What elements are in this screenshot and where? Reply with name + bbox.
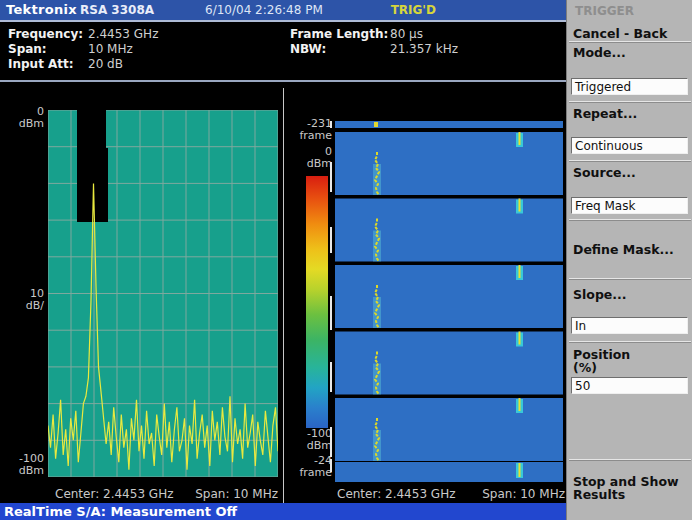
repeat-menu-button[interactable]: Repeat...	[573, 106, 691, 121]
spectrum-y-axis-mid: 10dB/	[0, 288, 44, 312]
input-att-value: 20 dB	[88, 57, 123, 71]
spectrogram-bottom-frame-label: -24frame	[288, 455, 332, 479]
amplitude-color-scale	[306, 176, 328, 428]
frequency-value: 2.4453 GHz	[88, 27, 158, 41]
spectrum-plot	[48, 110, 278, 481]
frame-marker-tick	[330, 296, 332, 330]
divider	[0, 80, 566, 82]
menu-title: TRIGGER	[575, 4, 634, 18]
cancel-back-button[interactable]: Cancel - Back	[573, 26, 691, 41]
repeat-value-box[interactable]: Continuous	[571, 137, 688, 154]
spectrum-center-label: Center: 2.4453 GHz	[55, 487, 173, 501]
spectrum-y-axis-bottom: -100dBm	[0, 453, 44, 477]
spectrogram-center-label: Center: 2.4453 GHz	[337, 487, 455, 501]
rsa-analyzer-screen: Tektronix RSA 3308A 6/10/04 2:26:48 PM T…	[0, 0, 692, 520]
define-mask-button[interactable]: Define Mask...	[573, 242, 691, 257]
source-menu-button[interactable]: Source...	[573, 165, 691, 180]
frame-length-label: Frame Length:	[290, 27, 388, 41]
status-bar: RealTime S/A: Measurement Off	[0, 503, 566, 520]
stop-show-results-button[interactable]: Stop and Show Results	[573, 475, 691, 501]
menu-divider	[569, 341, 691, 343]
chart-divider	[283, 88, 284, 503]
divider	[0, 20, 566, 22]
span-label: Span:	[8, 42, 47, 56]
spectrogram-plot	[335, 121, 563, 487]
frame-marker-tick	[330, 227, 332, 253]
frame-length-value: 80 µs	[390, 27, 423, 41]
frequency-label: Frequency:	[8, 27, 83, 41]
nbw-value: 21.357 kHz	[390, 42, 458, 56]
position-unit-label: (%)	[573, 360, 691, 375]
title-bar: Tektronix RSA 3308A 6/10/04 2:26:48 PM T…	[0, 0, 566, 20]
menu-divider	[569, 278, 691, 280]
spectrogram-span-label: Span: 10 MHz	[475, 487, 565, 501]
brand-logo: Tektronix	[6, 2, 77, 17]
model-label: RSA 3308A	[80, 3, 154, 17]
menu-divider	[569, 41, 691, 43]
spectrogram-top-frame-label: -231frame	[288, 118, 332, 142]
position-value-box[interactable]: 50	[571, 377, 688, 394]
spectrogram-svg	[335, 121, 563, 483]
status-text: RealTime S/A: Measurement Off	[4, 504, 237, 519]
spectrogram-scale-top-label: 0dBm	[288, 146, 332, 170]
spectrum-svg	[48, 110, 278, 477]
mode-value-box[interactable]: Triggered	[571, 78, 688, 95]
input-att-label: Input Att:	[8, 57, 74, 71]
frame-marker-tick	[330, 427, 332, 457]
menu-divider	[569, 101, 691, 103]
frame-marker-tick	[330, 162, 332, 192]
datetime-label: 6/10/04 2:26:48 PM	[205, 3, 323, 17]
menu-divider	[569, 160, 691, 162]
frame-marker-tick	[330, 121, 332, 128]
frame-marker-tick	[330, 459, 332, 472]
spectrum-span-label: Span: 10 MHz	[188, 487, 278, 501]
trigger-status-badge: TRIG'D	[391, 3, 436, 17]
span-value: 10 MHz	[88, 42, 133, 56]
mode-menu-button[interactable]: Mode...	[573, 45, 691, 60]
menu-divider	[569, 219, 691, 221]
source-value-box[interactable]: Freq Mask	[571, 197, 688, 214]
trigger-menu: TRIGGER Cancel - Back Mode... Triggered …	[566, 0, 692, 520]
slope-value-box[interactable]: In	[571, 317, 688, 334]
spectrum-y-axis-top: 0dBm	[0, 106, 44, 130]
slope-menu-button[interactable]: Slope...	[573, 287, 691, 302]
menu-divider	[569, 459, 691, 461]
frame-marker-tick	[330, 362, 332, 392]
nbw-label: NBW:	[290, 42, 326, 56]
spectrogram-scale-bottom-label: -100dBm	[288, 428, 332, 452]
